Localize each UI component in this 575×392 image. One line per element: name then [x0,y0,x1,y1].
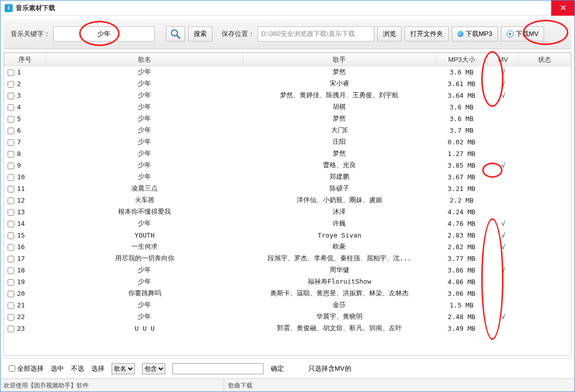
filter-cond-select[interactable]: 包含 [142,363,165,374]
filter-field-select[interactable]: 歌名 [112,363,135,374]
filter-text-input[interactable] [172,363,264,374]
cell-seq[interactable]: 9 [5,160,46,171]
cell-seq[interactable]: 3 [5,90,46,101]
cell-seq[interactable]: 2 [5,78,46,90]
search-icon-button[interactable] [166,26,185,42]
table-row[interactable]: 17用尽我的一切奔向你段旭宇、罗杰、李希侃、秦柱强、屈柏宇、沈...3.77 M… [5,253,571,264]
cell-status [519,78,571,90]
table-row[interactable]: 11凌晨三点陈硕子3.21 MB [5,183,571,194]
table-row[interactable]: 5少年梦然3.6 MB [5,113,571,125]
table-row[interactable]: 7少年庄阳0.02 MB [5,136,571,148]
table-row[interactable]: 21少年金莎1.5 MB [5,299,571,311]
select-all-checkbox[interactable]: 全部选择 [9,364,44,373]
col-name[interactable]: 歌名 [46,53,243,66]
cell-seq[interactable]: 20 [5,288,46,299]
row-checkbox[interactable] [8,163,14,169]
cell-artist: 庄阳 [243,136,436,148]
row-checkbox[interactable] [8,81,14,88]
table-row[interactable]: 23U U U郭震、黄俊融、胡文煊、靳凡、圳南、左叶3.49 MB [5,323,571,334]
table-row[interactable]: 9少年曹格、光良3.85 MB√ [5,160,571,171]
table-row[interactable]: 19少年福禄寿FloruitShow4.86 MB [5,276,571,288]
cell-seq[interactable]: 17 [5,253,46,264]
cell-seq[interactable]: 8 [5,148,46,160]
table-row[interactable]: 16一生何求欧豪2.82 MB√ [5,241,571,253]
cell-seq[interactable]: 4 [5,101,46,113]
cell-seq[interactable]: 15 [5,229,46,241]
cell-seq[interactable]: 19 [5,276,46,288]
row-checkbox[interactable] [8,69,14,76]
results-table-wrap: 序号 歌名 歌手 MP3大小 MV 状态 1少年梦然3.6 MB√2少年宋小睿3… [4,52,571,356]
browse-button[interactable]: 浏览 [377,26,402,42]
table-row[interactable]: 13根本你不懂得爱我沐泽4.24 MB [5,206,571,218]
table-row[interactable]: 10少年郑建鹏3.67 MB [5,171,571,183]
cell-status [519,229,571,241]
cell-size: 4.24 MB [436,206,487,218]
cell-seq[interactable]: 14 [5,218,46,229]
row-checkbox[interactable] [8,244,14,251]
cell-seq[interactable]: 13 [5,206,46,218]
row-checkbox[interactable] [8,93,14,99]
table-row[interactable]: 14少年许巍4.76 MB√ [5,218,571,229]
search-button[interactable]: 搜索 [188,26,212,42]
row-checkbox[interactable] [8,104,14,111]
cell-status [519,148,571,160]
col-seq[interactable]: 序号 [5,53,46,66]
cell-seq[interactable]: 21 [5,299,46,311]
row-checkbox[interactable] [8,291,14,297]
cell-size: 4.76 MB [436,218,487,229]
row-checkbox[interactable] [8,314,14,321]
table-row[interactable]: 1少年梦然3.6 MB√ [5,66,571,78]
row-checkbox[interactable] [8,326,14,332]
download-mp3-button[interactable]: 下载MP3 [452,26,498,42]
table-row[interactable]: 22少年华晨宇、黄晓明2.48 MB√ [5,311,571,323]
cell-seq[interactable]: 6 [5,125,46,136]
filter-mv-only-button[interactable]: 只选择含MV的 [308,364,351,373]
table-row[interactable]: 18少年周华健3.86 MB√ [5,264,571,276]
cell-seq[interactable]: 12 [5,194,46,206]
cell-seq[interactable]: 23 [5,323,46,334]
cell-seq[interactable]: 16 [5,241,46,253]
table-row[interactable]: 4少年胡棋3.6 MB [5,101,571,113]
row-checkbox[interactable] [8,221,14,227]
cell-seq[interactable]: 5 [5,113,46,125]
cell-seq[interactable]: 7 [5,136,46,148]
table-row[interactable]: 3少年梦然、黄婷佳、陈拽月、王勇俊、刘宇航3.64 MB√ [5,90,571,101]
row-checkbox[interactable] [8,256,14,262]
table-row[interactable]: 2少年宋小睿3.61 MB√ [5,78,571,90]
select-on-button[interactable]: 选中 [51,364,64,373]
keyword-input[interactable] [53,26,155,42]
row-checkbox[interactable] [8,302,14,309]
col-artist[interactable]: 歌手 [243,53,436,66]
row-checkbox[interactable] [8,174,14,181]
row-checkbox[interactable] [8,128,14,134]
download-mv-button[interactable]: 下载MV [501,26,545,42]
table-row[interactable]: 6少年大门E3.7 MB [5,125,571,136]
save-path-input[interactable] [258,26,374,42]
close-button[interactable]: ✕ [551,1,574,16]
row-checkbox[interactable] [8,116,14,123]
open-folder-button[interactable]: 打开文件夹 [405,26,449,42]
cell-seq[interactable]: 22 [5,311,46,323]
col-mv[interactable]: MV [488,53,519,66]
table-row[interactable]: 15YOUTHTroye Sivan2.83 MB√ [5,229,571,241]
row-checkbox[interactable] [8,279,14,286]
cell-name: 少年 [46,160,243,171]
cell-seq[interactable]: 18 [5,264,46,276]
col-status[interactable]: 状态 [519,53,571,66]
filter-confirm-button[interactable]: 确定 [271,364,284,373]
row-checkbox[interactable] [8,151,14,158]
table-row[interactable]: 20你要跳舞吗奥斯卡、寇聪、黄恩昱、洪振辉、林染、左林杰3.06 MB [5,288,571,299]
row-checkbox[interactable] [8,209,14,216]
row-checkbox[interactable] [8,139,14,146]
table-row[interactable]: 12火车摇洋伴仙、小奶瓶、圈妹、虞姬2.2 MB [5,194,571,206]
col-size[interactable]: MP3大小 [436,53,487,66]
row-checkbox[interactable] [8,186,14,192]
row-checkbox[interactable] [8,198,14,204]
cell-seq[interactable]: 11 [5,183,46,194]
row-checkbox[interactable] [8,232,14,239]
row-checkbox[interactable] [8,267,14,274]
select-off-button[interactable]: 不选 [71,364,84,373]
cell-seq[interactable]: 1 [5,66,46,78]
table-row[interactable]: 8少年梦然1.27 MB [5,148,571,160]
cell-seq[interactable]: 10 [5,171,46,183]
